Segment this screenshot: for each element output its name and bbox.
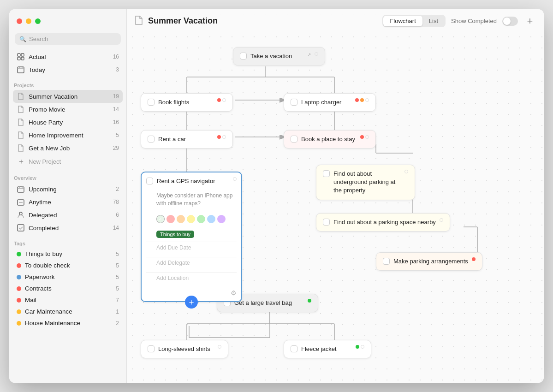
sidebar-item-paperwork[interactable]: Paperwork 5 (13, 271, 123, 283)
swatch-check[interactable] (156, 215, 165, 223)
add-due-date-field[interactable]: Add Due Date (146, 242, 237, 253)
paperwork-label: Paperwork (25, 273, 112, 280)
checkbox-gps[interactable] (146, 178, 153, 184)
node-fleece[interactable]: Fleece jacket (284, 340, 371, 358)
sidebar-item-anytime[interactable]: Anytime 78 (13, 196, 123, 208)
book-flights-label: Book flights (158, 98, 214, 107)
checkbox-parking-underground[interactable] (323, 170, 330, 177)
sidebar-item-to-double-check[interactable]: To double check 5 (13, 260, 123, 271)
shirts-label: Long-sleeved shirts (158, 345, 214, 353)
checkbox-shirts[interactable] (148, 345, 155, 352)
node-rent-gps[interactable]: Rent a GPS navigator Maybe consider an i… (141, 172, 242, 302)
node-laptop-charger[interactable]: Laptop charger (284, 93, 376, 112)
sidebar-item-house-maintenance[interactable]: House Maintenance 2 (13, 317, 123, 329)
node-shirts[interactable]: Long-sleeved shirts (141, 340, 228, 358)
flowchart-canvas[interactable]: Take a vacation ↗ Book flights (127, 33, 544, 383)
checkbox-rent-car[interactable] (148, 136, 155, 143)
checkbox-laptop[interactable] (291, 99, 297, 106)
show-completed-toggle[interactable] (502, 17, 518, 26)
dot-orange (360, 98, 364, 102)
tag-chip[interactable]: Things to buy (156, 231, 194, 238)
checkbox-take-vacation[interactable] (240, 53, 247, 59)
new-project-button[interactable]: ＋ New Project (13, 154, 123, 169)
maximize-button[interactable] (35, 18, 41, 24)
node-parking-underground[interactable]: Find out about underground parking at th… (316, 165, 415, 200)
house-maintenance-dot (17, 321, 21, 326)
contracts-dot (17, 286, 21, 291)
sidebar-item-things-to-buy[interactable]: Things to buy 5 (13, 248, 123, 260)
node-book-stay[interactable]: Book a place to stay (284, 130, 376, 148)
popup-header: Rent a GPS navigator (146, 177, 237, 185)
sidebar-item-get-new-job[interactable]: Get a New Job 29 (13, 142, 123, 154)
today-label: Today (29, 66, 112, 73)
sidebar-item-house-party[interactable]: House Party 16 (13, 116, 123, 129)
add-location-field[interactable]: Add Location (146, 272, 237, 284)
house-maintenance-label: House Maintenance (25, 320, 112, 327)
parking-arrange-label: Make parking arrangements (393, 257, 468, 266)
house-maintenance-count: 2 (116, 320, 119, 327)
calendar-icon (17, 65, 25, 74)
node-parking-nearby[interactable]: Find out about a parking space nearby (316, 213, 450, 232)
rent-car-dots (217, 135, 226, 139)
sidebar-item-upcoming[interactable]: Upcoming 2 (13, 183, 123, 196)
search-bar[interactable]: 🔍 Search (15, 33, 121, 45)
tags-section: Things to buy 5 To double check 5 Paperw… (9, 248, 126, 329)
parking-underground-label: Find out about underground parking at th… (333, 170, 401, 195)
upcoming-label: Upcoming (29, 186, 112, 193)
sidebar-item-actual[interactable]: Actual 16 (13, 50, 123, 63)
document-icon (17, 92, 25, 101)
flowchart: Take a vacation ↗ Book flights (141, 47, 510, 383)
sidebar-item-summer-vacation[interactable]: Summer Vacation 19 (13, 90, 123, 103)
document-icon-4 (17, 131, 25, 139)
home-improvement-label: Home Improvement (29, 132, 112, 139)
sidebar-item-delegated[interactable]: Delegated 6 (13, 208, 123, 221)
settings-icon[interactable]: ⚙ (231, 289, 237, 297)
upcoming-count: 2 (116, 186, 119, 192)
flowchart-view-button[interactable]: Flowchart (383, 16, 422, 26)
node-rent-car[interactable]: Rent a car (141, 130, 233, 148)
checkbox-fleece[interactable] (291, 345, 297, 352)
actual-label: Actual (29, 53, 109, 60)
sidebar-item-promo-movie[interactable]: Promo Movie 14 (13, 103, 123, 116)
dot-empty-2 (365, 98, 369, 102)
close-button[interactable] (17, 18, 22, 24)
add-node-button[interactable]: ＋ (185, 296, 198, 309)
swatch-orange[interactable] (177, 215, 185, 223)
to-double-check-label: To double check (25, 262, 112, 269)
node-book-flights[interactable]: Book flights (141, 93, 233, 112)
overview-section-label: Overview (9, 171, 126, 183)
sidebar-item-completed[interactable]: Completed 14 (13, 221, 123, 234)
add-button[interactable]: + (523, 15, 536, 28)
swatch-blue[interactable] (207, 215, 215, 223)
swatch-green[interactable] (197, 215, 205, 223)
swatch-purple[interactable] (217, 215, 226, 223)
swatch-yellow[interactable] (187, 215, 195, 223)
svg-rect-2 (18, 57, 20, 60)
checkbox-parking-nearby[interactable] (323, 219, 330, 226)
checkbox-parking-arrange[interactable] (383, 258, 390, 265)
checkbox-book-stay[interactable] (291, 136, 297, 143)
sidebar-item-mail[interactable]: Mail 7 (13, 294, 123, 306)
minimize-button[interactable] (26, 18, 31, 24)
expand-icon[interactable]: ↗ (307, 52, 311, 57)
sidebar-item-today[interactable]: Today 3 (13, 63, 123, 76)
add-delegate-field[interactable]: Add Delegate (146, 257, 237, 268)
house-party-count: 16 (113, 119, 119, 125)
sidebar-item-contracts[interactable]: Contracts 5 (13, 283, 123, 294)
sidebar-item-home-improvement[interactable]: Home Improvement 5 (13, 129, 123, 142)
things-to-buy-count: 5 (116, 251, 119, 257)
dot-empty (222, 98, 226, 102)
list-view-button[interactable]: List (422, 16, 445, 26)
sidebar: 🔍 Search Actual 16 (9, 9, 127, 383)
checkbox-book-flights[interactable] (148, 99, 155, 106)
node-parking-arrange[interactable]: Make parking arrangements (376, 252, 482, 271)
new-project-label: New Project (29, 158, 61, 165)
home-improvement-count: 5 (116, 132, 119, 138)
node-take-vacation[interactable]: Take a vacation ↗ (233, 47, 325, 65)
dot-empty-4 (365, 135, 369, 139)
things-to-buy-dot (17, 252, 21, 256)
swatch-red[interactable] (166, 215, 175, 223)
tags-section-label: Tags (9, 236, 126, 248)
sidebar-item-car-maintenance[interactable]: Car Maintenance 1 (13, 306, 123, 317)
grid-icon (17, 53, 25, 61)
